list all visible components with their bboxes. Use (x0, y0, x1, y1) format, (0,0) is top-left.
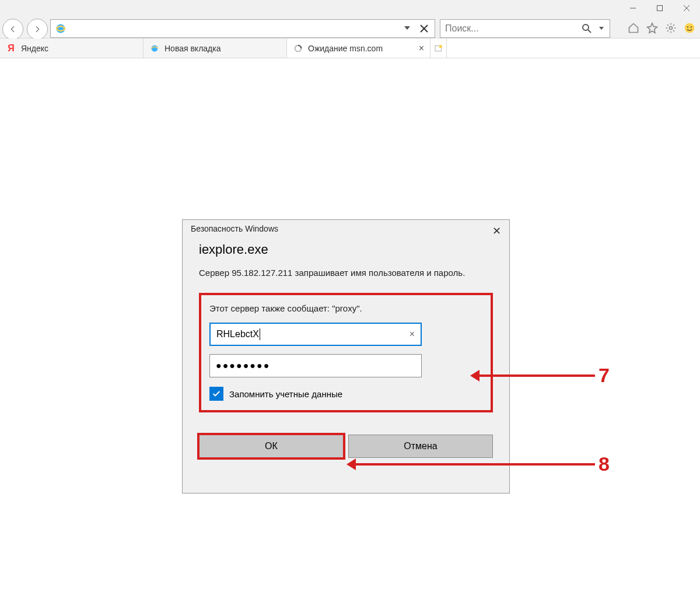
search-bar[interactable]: Поиск... (440, 19, 610, 38)
tab-label: Ожидание msn.com (308, 44, 383, 53)
password-input[interactable]: ●●●●●●●● (209, 354, 422, 377)
close-window-button[interactable] (673, 0, 700, 16)
forward-button[interactable] (27, 19, 48, 40)
tab-label: Яндекс (21, 44, 48, 53)
stop-icon[interactable] (417, 24, 431, 33)
remember-label: Запомнить учетные данные (229, 389, 342, 399)
search-icon[interactable] (582, 23, 592, 34)
window-controls (620, 0, 700, 16)
cancel-label: Отмена (404, 441, 437, 452)
ok-label: ОК (265, 441, 278, 452)
annotation-number-7: 7 (598, 364, 610, 387)
svg-rect-1 (657, 6, 663, 11)
dialog-realm-text: Этот сервер также сообщает: "proxy". (209, 302, 482, 314)
annotation-number-8: 8 (598, 453, 610, 475)
svg-point-7 (583, 24, 589, 30)
svg-line-8 (588, 30, 591, 33)
tab-yandex[interactable]: Я Яндекс (0, 38, 144, 58)
nav-button-group (2, 19, 48, 40)
svg-point-11 (687, 26, 688, 27)
password-value: ●●●●●●●● (216, 360, 270, 371)
new-tab-button[interactable] (430, 38, 447, 58)
remember-checkbox[interactable] (209, 387, 223, 401)
address-bar[interactable] (50, 19, 435, 38)
home-icon[interactable] (626, 21, 640, 35)
username-input[interactable]: RHLebctX × (209, 323, 422, 346)
annotation-arrow-8: 8 (346, 453, 610, 475)
tab-close-icon[interactable]: × (413, 43, 424, 54)
back-button[interactable] (2, 19, 23, 40)
ok-button[interactable]: ОК (199, 435, 344, 458)
browser-toolbar: Поиск... (0, 0, 700, 38)
remember-credentials-row[interactable]: Запомнить учетные данные (209, 387, 482, 401)
tab-strip: Я Яндекс Новая вкладка Ожидание msn.com … (0, 38, 700, 58)
smiley-icon[interactable] (682, 21, 696, 35)
tab-label: Новая вкладка (164, 44, 221, 53)
dialog-close-button[interactable]: ✕ (489, 225, 503, 237)
address-dropdown-icon[interactable] (402, 26, 412, 31)
browser-right-icons (626, 21, 696, 35)
dialog-main-title: iexplore.exe (199, 242, 493, 257)
dialog-body-text: Сервер 95.182.127.211 запрашивает имя по… (199, 267, 493, 279)
annotation-box-7: Этот сервер также сообщает: "proxy". RHL… (199, 293, 493, 412)
ie-favicon (149, 43, 160, 54)
yandex-favicon: Я (6, 43, 16, 54)
tab-new[interactable]: Новая вкладка (144, 38, 287, 58)
svg-point-9 (670, 27, 673, 30)
clear-input-icon[interactable]: × (410, 329, 415, 340)
svg-point-10 (685, 23, 695, 33)
search-placeholder: Поиск... (445, 23, 479, 34)
svg-point-12 (691, 26, 692, 27)
annotation-arrow-7: 7 (470, 364, 610, 387)
search-dropdown-icon[interactable] (599, 27, 604, 30)
svg-point-13 (152, 45, 158, 51)
loading-spinner-icon (293, 43, 303, 54)
page-content: Безопасность Windows ✕ iexplore.exe Серв… (0, 58, 700, 595)
tools-icon[interactable] (664, 21, 678, 35)
svg-point-16 (439, 45, 442, 48)
text-cursor (260, 328, 260, 340)
maximize-button[interactable] (646, 0, 673, 16)
minimize-button[interactable] (620, 0, 646, 16)
ie-icon (54, 22, 68, 36)
username-value: RHLebctX (216, 329, 259, 340)
favorites-icon[interactable] (645, 21, 659, 35)
tab-msn-loading[interactable]: Ожидание msn.com × (287, 38, 430, 58)
dialog-small-title: Безопасность Windows (191, 224, 278, 233)
svg-point-4 (56, 24, 65, 33)
